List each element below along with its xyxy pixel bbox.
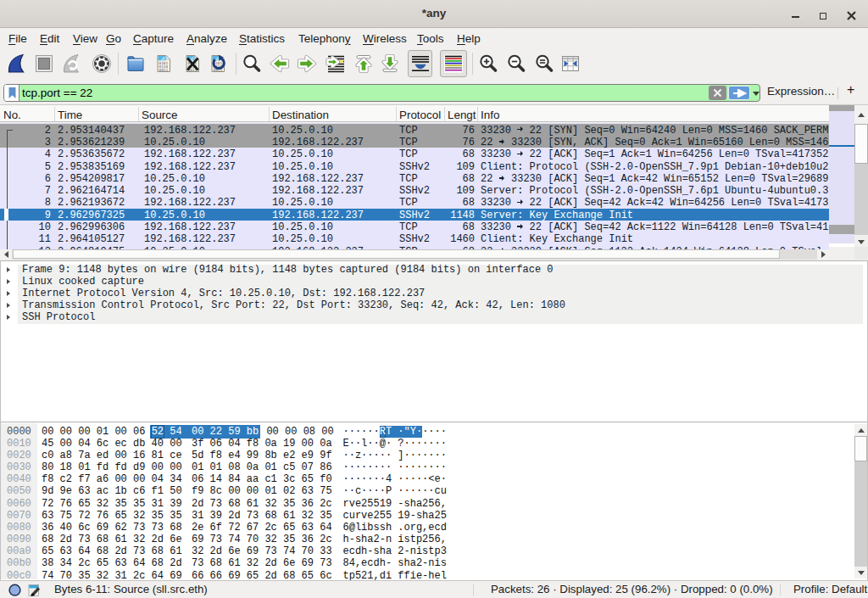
svg-text:0011: 0011 [159, 68, 169, 72]
